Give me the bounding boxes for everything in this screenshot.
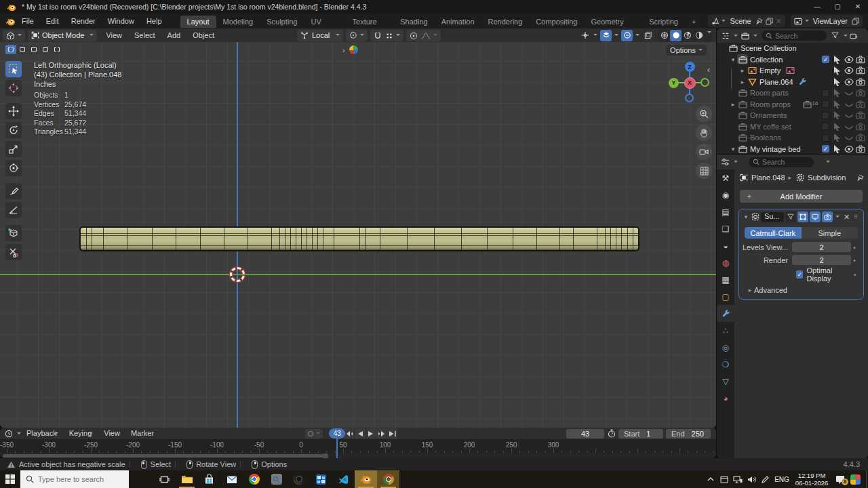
timeline-menu-marker[interactable]: Marker xyxy=(125,428,159,439)
viewport-canvas[interactable]: Left Orthographic (Local) (43) Collectio… xyxy=(0,42,716,428)
gizmo-z-axis[interactable]: Z xyxy=(685,62,695,72)
render-visibility-icon[interactable] xyxy=(854,89,866,97)
viewport-menu-select[interactable]: Select xyxy=(128,28,161,43)
tray-window-icon[interactable] xyxy=(717,476,731,483)
add-workspace-button[interactable]: + xyxy=(685,16,703,28)
selectable-toggle-icon[interactable] xyxy=(831,145,843,153)
pivot-point-dropdown[interactable] xyxy=(346,30,368,41)
maximize-button[interactable]: ▢ xyxy=(827,0,848,14)
play-button[interactable] xyxy=(366,428,376,439)
render-region-icon[interactable] xyxy=(642,30,654,41)
material-tab[interactable]: ◕ xyxy=(717,390,734,407)
tab-scripting[interactable]: Scripting xyxy=(642,16,685,28)
jump-to-end-button[interactable] xyxy=(387,428,397,439)
snap-target-icon[interactable] xyxy=(385,30,393,39)
timeline-menu-view[interactable]: View xyxy=(98,428,125,439)
tab-compositing[interactable]: Compositing xyxy=(529,16,584,28)
transform-orientation-dropdown[interactable]: Local xyxy=(297,30,343,41)
tray-network-icon[interactable] xyxy=(731,476,745,483)
tab-uv-editing[interactable]: UV Editing xyxy=(304,16,345,28)
expander-icon[interactable]: ▸ xyxy=(729,101,737,108)
selectable-toggle-icon[interactable] xyxy=(831,100,843,108)
animate-dot[interactable]: • xyxy=(851,243,858,251)
proportional-editing-icon[interactable] xyxy=(410,30,418,39)
mail-icon[interactable] xyxy=(220,470,243,488)
on-cage-toggle-icon[interactable] xyxy=(785,211,796,222)
current-frame-badge[interactable]: 43 xyxy=(329,428,345,439)
selectable-toggle-icon[interactable] xyxy=(831,56,843,64)
selectable-toggle-icon[interactable] xyxy=(831,89,843,97)
hide-eye-icon[interactable] xyxy=(843,134,854,142)
proportional-editing-group[interactable] xyxy=(406,30,441,41)
expander-icon[interactable]: ▾ xyxy=(729,56,737,63)
hide-eye-icon[interactable] xyxy=(843,78,854,86)
tab-modeling[interactable]: Modeling xyxy=(216,16,260,28)
timeline-menu-keying[interactable]: Keying xyxy=(64,428,99,439)
outliner-search-input[interactable] xyxy=(775,32,823,40)
exclude-checkbox[interactable] xyxy=(822,134,829,142)
subdivision-type-simple[interactable]: Simple xyxy=(802,227,859,239)
outliner-display-mode-icon[interactable] xyxy=(739,30,751,41)
vscode-icon[interactable] xyxy=(332,470,355,488)
modifier-extras-chevron[interactable] xyxy=(835,216,840,220)
constraints-tab[interactable]: ❍ xyxy=(717,356,734,373)
gizmo-x-axis[interactable]: X xyxy=(684,77,696,89)
chrome-profile-icon[interactable] xyxy=(377,470,399,488)
collection-tab[interactable]: ▦ xyxy=(717,271,734,288)
outliner-filter-icon[interactable] xyxy=(829,30,841,41)
render-visibility-icon[interactable] xyxy=(854,134,866,142)
mesh-object-plane048[interactable] xyxy=(79,226,639,251)
mode-dropdown[interactable]: Object Mode xyxy=(28,30,97,41)
exclude-checkbox[interactable] xyxy=(822,89,829,97)
physics-tab[interactable]: ◎ xyxy=(717,339,734,356)
select-mode-subtract[interactable] xyxy=(28,45,39,54)
next-keyframe-button[interactable] xyxy=(376,428,387,439)
disc-app-icon[interactable] xyxy=(288,470,310,488)
playhead[interactable] xyxy=(336,439,338,458)
scene-tab[interactable]: ◒ xyxy=(717,237,734,254)
ortho-perspective-icon[interactable] xyxy=(696,163,712,179)
tray-notification-icon[interactable]: 8 xyxy=(831,475,849,484)
selectable-toggle-icon[interactable] xyxy=(831,66,843,75)
advanced-section-toggle[interactable]: ▸ Advanced xyxy=(746,284,863,296)
navigation-gizmo[interactable]: Z Y X xyxy=(668,61,711,104)
tray-expand-icon[interactable] xyxy=(704,477,717,481)
render-tab[interactable]: ◉ xyxy=(717,186,734,203)
selectable-toggle-icon[interactable] xyxy=(831,111,843,119)
collapsed-panel-toggle[interactable]: › xyxy=(342,45,358,54)
file-explorer-icon[interactable] xyxy=(176,470,198,488)
tool-trim[interactable] xyxy=(5,244,22,260)
tool-cursor[interactable] xyxy=(5,80,22,96)
hide-eye-icon[interactable] xyxy=(843,111,854,119)
tab-geometry-nodes[interactable]: Geometry Nodes xyxy=(584,16,642,28)
tool-tab[interactable]: ⚒ xyxy=(717,169,734,186)
drag-handle-icon[interactable]: ⠿ xyxy=(854,214,859,220)
options-button[interactable]: Options xyxy=(666,45,707,56)
new-collection-icon[interactable] xyxy=(848,30,859,41)
properties-search[interactable] xyxy=(749,157,814,167)
hide-eye-icon[interactable] xyxy=(843,145,854,153)
outliner-row-my-coffe-set[interactable]: MY coffe set xyxy=(717,121,868,133)
select-mode-invert[interactable] xyxy=(40,45,51,54)
tool-transform[interactable] xyxy=(5,160,22,176)
setting-value-field[interactable]: 2 xyxy=(792,242,851,252)
play-reverse-button[interactable] xyxy=(355,428,365,439)
tab-sculpting[interactable]: Sculpting xyxy=(260,16,304,28)
exclude-checkbox[interactable] xyxy=(822,100,829,108)
modifier-name-field[interactable]: Su... xyxy=(761,212,784,222)
render-visibility-icon[interactable] xyxy=(854,78,866,86)
setting-value-field[interactable]: 2 xyxy=(792,255,851,265)
breadcrumb-modifier[interactable]: Subdivision xyxy=(808,174,846,182)
select-mode-intersect[interactable] xyxy=(52,45,62,54)
stopwatch-icon[interactable] xyxy=(608,429,616,439)
render-toggle-icon[interactable] xyxy=(822,211,833,222)
timeline-editor-icon[interactable] xyxy=(3,428,14,439)
animate-dot[interactable]: • xyxy=(851,256,858,264)
shading-material-icon[interactable] xyxy=(682,30,693,41)
gizmo-z-neg-axis[interactable] xyxy=(685,94,694,102)
pan-hand-icon[interactable] xyxy=(696,125,712,141)
exclude-checkbox[interactable] xyxy=(822,112,829,119)
snap-group[interactable] xyxy=(370,30,403,41)
taskbar-search-input[interactable] xyxy=(38,475,118,483)
exclude-checkbox[interactable] xyxy=(822,123,829,130)
